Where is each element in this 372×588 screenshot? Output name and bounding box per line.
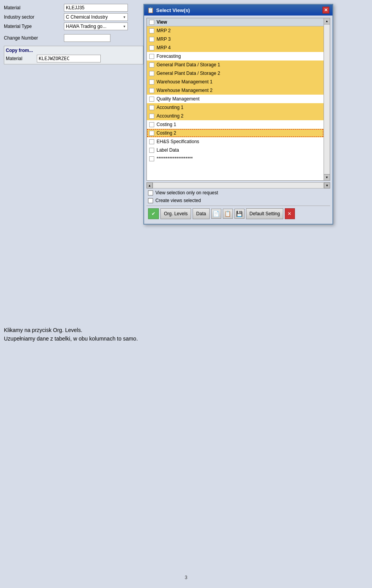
material-label: Material [4,5,64,10]
list-item[interactable]: General Plant Data / Storage 1 [147,61,324,69]
list-header: View [147,18,324,26]
create-views-checkbox[interactable] [148,198,153,203]
list-item[interactable]: Costing 2 [147,129,324,137]
select-views-dialog: 📋 Select View(s) ✕ View MRP 2MRP 3MRP 4F… [143,4,333,225]
view-selection-checkbox[interactable] [148,190,153,195]
item-label: Warehouse Management 1 [157,79,212,85]
material-type-label: Material Type [4,24,64,29]
left-form-panel: Material KLEJJ35 Industry sector C Chemi… [4,4,143,64]
list-item[interactable]: Quality Management [147,95,324,103]
confirm-icon: ✔ [152,211,155,216]
change-number-input[interactable] [64,34,110,42]
item-checkbox[interactable] [149,148,154,153]
copy-from-title: Copy from... [6,48,141,53]
industry-sector-label: Industry sector [4,14,64,20]
material-type-arrow: ▼ [123,25,126,28]
material-type-row: Material Type HAWA Trading go... ▼ [4,22,143,30]
extra-scrollbar-row: ▲ ▼ [146,182,330,189]
item-checkbox[interactable] [149,62,154,67]
header-checkbox[interactable] [149,20,154,25]
item-label: Accounting 1 [157,105,183,110]
item-label: General Plant Data / Storage 2 [157,71,220,76]
change-number-row: Change Number [4,34,143,42]
copy-material-label: Material [6,56,37,61]
page-number: 3 [185,575,188,580]
item-checkbox[interactable] [149,122,154,127]
item-label: ******************** [157,156,193,161]
views-listbox[interactable]: View MRP 2MRP 3MRP 4ForecastingGeneral P… [146,18,330,181]
list-items-container: MRP 2MRP 3MRP 4ForecastingGeneral Plant … [147,26,324,163]
cancel-button[interactable]: ✕ [285,208,295,219]
item-checkbox[interactable] [149,139,154,144]
scroll-right-button[interactable]: ▼ [324,182,330,189]
item-label: General Plant Data / Storage 1 [157,62,220,67]
list-item[interactable]: Warehouse Management 1 [147,78,324,86]
footer-line1: Klikamy na przycisk Org. Levels. [4,326,368,334]
list-item[interactable]: Label Data [147,146,324,154]
copy-from-material-row: Material KLEJWZORZEC [6,55,141,62]
scroll-left-button[interactable]: ▲ [146,182,153,189]
item-label: Costing 2 [157,130,176,136]
data-button[interactable]: Data [193,208,209,219]
footer-section: Klikamy na przycisk Org. Levels. Uzupełn… [4,326,368,343]
list-item[interactable]: MRP 2 [147,26,324,35]
copy-from-section: Copy from... Material KLEJWZORZEC [4,46,143,64]
item-checkbox[interactable] [149,105,154,110]
list-item[interactable]: EH&S Specifications [147,137,324,146]
list-item[interactable]: Forecasting [147,52,324,61]
icon-button-1[interactable]: 📄 [211,209,221,219]
listbox-scrollbar[interactable]: ▲ ▼ [324,18,330,180]
change-number-label: Change Number [4,35,64,41]
confirm-button[interactable]: ✔ [148,208,159,219]
org-levels-button[interactable]: Org. Levels [160,208,191,219]
icon-button-2[interactable]: 📋 [223,209,233,219]
item-checkbox[interactable] [149,114,154,119]
item-checkbox[interactable] [149,45,154,50]
listbox-inner: View MRP 2MRP 3MRP 4ForecastingGeneral P… [147,18,324,180]
item-checkbox[interactable] [149,97,154,102]
view-selection-label: View selection only on request [155,190,218,195]
dialog-close-button[interactable]: ✕ [322,7,329,14]
item-checkbox[interactable] [149,88,154,93]
item-checkbox[interactable] [149,80,154,85]
item-checkbox[interactable] [149,71,154,76]
item-checkbox[interactable] [149,54,154,59]
material-input[interactable]: KLEJJ35 [64,4,128,12]
item-checkbox[interactable] [149,37,154,42]
scroll-track [324,24,330,174]
dialog-title-icon: 📋 [147,7,154,13]
material-row: Material KLEJJ35 [4,4,143,12]
list-item[interactable]: Warehouse Management 2 [147,86,324,95]
list-item[interactable]: ******************** [147,154,324,163]
create-views-label: Create views selected [155,198,201,203]
scroll-down-button[interactable]: ▼ [324,174,330,180]
icon-button-3[interactable]: 💾 [234,209,245,219]
dialog-body: View MRP 2MRP 3MRP 4ForecastingGeneral P… [144,16,332,224]
material-type-dropdown[interactable]: HAWA Trading go... ▼ [64,22,128,30]
view-selection-checkbox-row: View selection only on request [146,190,330,195]
item-label: MRP 4 [157,45,170,50]
industry-sector-dropdown[interactable]: C Chemical Industry ▼ [64,13,128,21]
item-label: Label Data [157,147,179,153]
item-label: Forecasting [157,54,181,59]
dialog-titlebar: 📋 Select View(s) ✕ [144,5,332,16]
scroll-up-button[interactable]: ▲ [324,18,330,24]
copy-material-input[interactable]: KLEJWZORZEC [37,55,101,62]
list-item[interactable]: General Plant Data / Storage 2 [147,69,324,78]
list-item[interactable]: MRP 3 [147,35,324,43]
item-label: Quality Management [157,96,200,102]
create-views-checkbox-row: Create views selected [146,198,330,203]
cancel-icon: ✕ [288,211,291,216]
default-setting-button[interactable]: Default Setting [246,208,284,219]
item-label: Costing 1 [157,122,176,127]
item-checkbox[interactable] [149,156,154,161]
list-item[interactable]: Costing 1 [147,120,324,129]
item-label: MRP 2 [157,28,170,33]
item-label: Warehouse Management 2 [157,88,212,93]
list-item[interactable]: Accounting 1 [147,103,324,112]
list-item[interactable]: Accounting 2 [147,112,324,120]
list-item[interactable]: MRP 4 [147,43,324,52]
item-checkbox[interactable] [149,131,154,136]
dialog-toolbar: ✔ Org. Levels Data 📄 📋 💾 Default Setting… [146,206,330,221]
item-checkbox[interactable] [149,28,154,33]
